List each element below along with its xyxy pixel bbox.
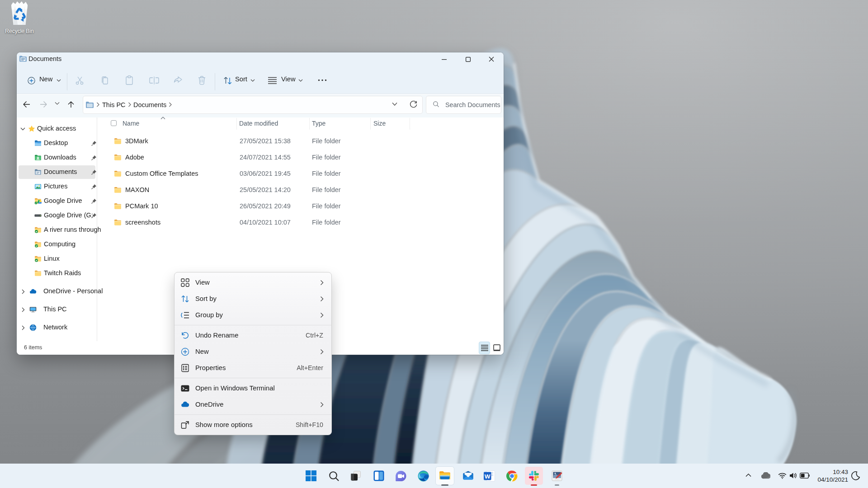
svg-text:W: W (484, 473, 490, 479)
